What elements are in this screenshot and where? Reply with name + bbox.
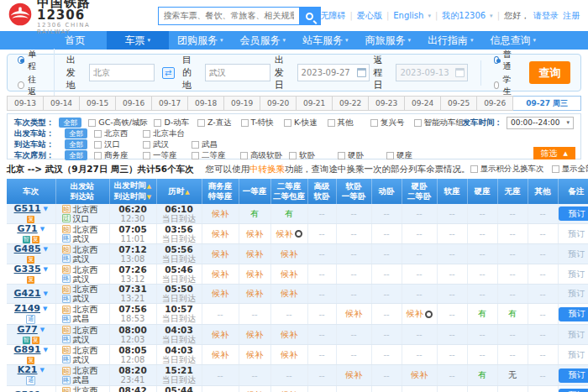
filter-option[interactable]: 硬座 [386,150,435,161]
filter-option[interactable]: 智能动车组 [414,118,463,128]
expand-caret-icon[interactable]: ▼ [44,244,48,254]
nav-item-出行指南[interactable]: 出行指南▾ [419,31,482,50]
train-number-link[interactable]: K21 [18,365,38,375]
book-button[interactable]: 预订 [559,368,588,383]
sort-asc-icon[interactable]: ▲ [147,183,151,190]
filter-option[interactable]: K-快速 [284,118,328,128]
filter-option[interactable]: 商务座 [94,150,143,161]
book-button[interactable]: 预订 [559,307,588,321]
date-tab[interactable]: 09-20 [260,96,297,111]
filter-option[interactable]: 武昌 [192,139,240,150]
date-tab-active[interactable]: 09-27 周三 [513,96,581,111]
expand-caret-icon[interactable]: ▼ [44,289,48,299]
calendar-icon[interactable] [357,68,366,77]
expand-caret-icon[interactable]: ▼ [44,204,48,214]
filter-all-button[interactable]: 全部 [65,128,87,139]
train-number-link[interactable]: G335 [14,264,41,274]
date-tab[interactable]: 09-15 [80,96,116,111]
register-link[interactable]: 注册 [563,10,580,22]
expand-caret-icon[interactable]: ▼ [40,325,45,335]
english-link[interactable]: English [393,11,423,20]
date-tab[interactable]: 09-18 [188,96,224,111]
filter-option[interactable]: 一等座 [143,150,192,161]
to-station-input[interactable] [205,64,270,81]
filter-option[interactable]: D-动车 [154,118,197,128]
points-exchange-checkbox[interactable]: 显示积分兑换车次 [470,164,544,175]
column-header[interactable]: 历时▲ [156,179,202,204]
depart-time-select[interactable]: 00:00--24:00▾ [507,117,574,129]
filter-option[interactable]: GC-高铁/城际 [88,118,154,128]
book-button-disabled[interactable]: 预订 [568,269,585,279]
column-header[interactable]: 出发时间▲到达时间▼ [109,179,156,204]
date-tab[interactable]: 09-19 [224,96,260,111]
book-button-disabled[interactable]: 预订 [568,229,585,238]
filter-all-button[interactable]: 全部 [65,139,87,149]
train-number-link[interactable]: G421 [14,289,41,299]
expand-caret-icon[interactable]: ▼ [43,304,47,314]
filter-option[interactable]: 二等座 [192,150,240,161]
book-button-disabled[interactable]: 预订 [568,330,585,339]
train-number-link[interactable]: G485 [14,244,41,254]
login-link[interactable]: 请登录 [533,10,559,22]
book-button-disabled[interactable]: 预订 [568,289,585,298]
date-tab[interactable]: 09-22 [333,96,369,111]
train-number-link[interactable]: Z149 [14,304,40,314]
nav-item-站车服务[interactable]: 站车服务▾ [294,31,357,50]
filter-option[interactable]: 软卧 [289,150,338,161]
expand-caret-icon[interactable]: ▼ [40,224,45,234]
date-tab[interactable]: 09-21 [297,96,333,111]
nav-item-团购服务[interactable]: 团购服务▾ [169,31,232,50]
filter-option[interactable]: Z-直达 [197,118,241,128]
nav-item-会员服务[interactable]: 会员服务▾ [232,31,295,50]
student-passenger-radio[interactable]: 学生 [494,74,513,97]
filter-button[interactable]: 筛选 ▲ [533,147,575,159]
filter-all-button[interactable]: 全部 [65,150,87,160]
date-tab[interactable]: 09-24 [405,96,441,111]
sort-asc-icon[interactable]: ▲ [185,189,189,196]
from-station-input[interactable] [89,64,155,81]
filter-option[interactable]: 武汉 [143,139,192,150]
date-tab[interactable]: 09-16 [116,96,152,111]
care-version-link[interactable]: 爱心版 [357,10,382,22]
filter-option[interactable]: 其他 [328,118,371,128]
swap-stations-icon[interactable]: ⇄ [162,67,175,79]
book-button-disabled[interactable]: 预订 [568,350,585,359]
filter-option[interactable]: T-特快 [241,118,285,128]
filter-all-button[interactable]: 全部 [59,118,81,128]
logo[interactable]: 中国铁路12306 12306 CHINA RAILWAY [8,0,118,35]
date-tab[interactable]: 09-13 [7,96,44,111]
my-12306-link[interactable]: 我的12306 [442,10,486,22]
roundtrip-radio[interactable]: 往返 [18,74,42,97]
expand-caret-icon[interactable]: ▼ [44,345,48,355]
date-tab[interactable]: 09-23 [369,96,405,111]
sort-desc-icon[interactable]: ▼ [147,194,151,201]
date-tab[interactable]: 09-25 [441,96,477,111]
filter-option[interactable]: 北京丰台 [143,128,192,139]
oneway-radio[interactable]: 单程 [18,49,42,72]
date-tab[interactable]: 09-14 [44,96,80,111]
nav-item-首页[interactable]: 首页 [44,31,107,50]
train-number-link[interactable]: G77 [17,325,37,335]
train-number-link[interactable]: G71 [17,224,37,234]
filter-option[interactable]: 复兴号 [370,118,414,128]
book-button[interactable]: 预订 [559,206,588,221]
book-button[interactable]: 预订 [559,389,588,392]
train-number-link[interactable]: G511 [14,204,41,214]
expand-caret-icon[interactable]: ▼ [39,365,44,375]
filter-option[interactable]: 硬卧 [338,150,386,161]
show-all-bookable-checkbox[interactable]: 显示全部可预订车次 [552,164,588,175]
filter-option[interactable]: 北京西 [94,128,143,139]
date-tab[interactable]: 09-26 [477,96,513,111]
date-tab[interactable]: 09-17 [152,96,188,111]
nav-item-商旅服务[interactable]: 商旅服务▾ [357,31,420,50]
accessible-link[interactable]: 无障碍 [321,10,346,22]
normal-passenger-radio[interactable]: 普通 [494,49,513,72]
search-button[interactable] [299,7,321,25]
transfer-link[interactable]: 中转换乘 [249,164,285,174]
filter-option[interactable]: 汉口 [94,139,143,150]
query-button[interactable]: 查询 [529,61,570,84]
nav-item-车票[interactable]: 车票▾ [107,31,170,50]
expand-caret-icon[interactable]: ▼ [44,264,48,274]
book-button-disabled[interactable]: 预订 [568,249,585,259]
search-input[interactable] [158,7,299,25]
